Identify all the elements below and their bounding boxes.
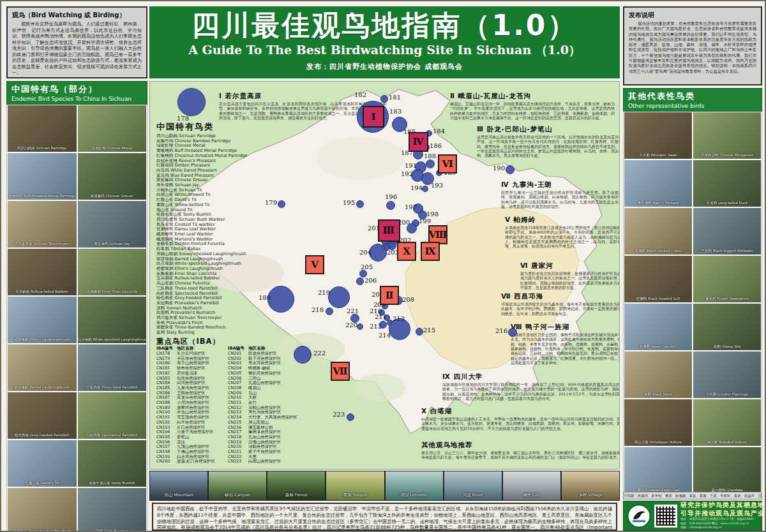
iba-row: CN200龙溪-虹口自然保护区	[156, 459, 228, 464]
region-block-5: Ⅴ 帕姆岭从成都走国道318线至雅江县城还有20公里的地方，雅江的神品帕姆岭即位…	[505, 216, 620, 249]
region-description: 白塔湖是一处修建于低山边缘的人工水库。冬季有一些雁鸭来此越冬，也有一些中高山区的…	[421, 417, 620, 431]
org-contact-address: 地址：成都市武侯区玉林横街3号4-3-7室，邮编610041	[680, 517, 758, 521]
habitat-photo-limnetic: 湖沼 Limnetic	[386, 471, 443, 500]
footer-text: 四川地处中国西南，处于中亚热带、北亚热带和青藏高原区3个气候区的交汇过渡带，北距…	[157, 506, 612, 532]
representative-birds-panel: 其他代表性鸟类 Other representative birds 大天鹅 W…	[623, 88, 762, 490]
region-block-2: Ⅱ 峨眉山-瓦屋山-龙苍沟峨眉山、瓦屋山和龙苍沟一带，因地处青藏高原东缘地理抬升…	[450, 92, 615, 120]
bird-photo: 橙翅噪鹛 Elliot's Laughingthrush	[7, 296, 77, 344]
bird-photo-caption: 橙翅噪鹛 Elliot's Laughingthrush	[8, 337, 77, 342]
poster: 观鸟（Bird Watching 或 Birding） 观察并欣赏野生鸟类即为观…	[0, 0, 766, 532]
map-site-marker-188	[426, 159, 435, 168]
poster-title-cn: 四川最佳观鸟地指南（1.0）	[149, 10, 620, 41]
map-region-numeral: Ⅹ	[397, 242, 416, 261]
iba-title: 重点鸟区（IBA）	[156, 337, 220, 346]
bird-photo-caption: 大天鹅 Whooper Swan	[624, 153, 692, 158]
bird-society-logo-icon	[627, 504, 651, 528]
bird-photo: 暗色鸦雀 Grey-hooded Parrotbill	[7, 392, 77, 440]
map-site-label-219: 219	[318, 289, 330, 296]
map-site-marker-194	[422, 186, 428, 192]
bird-photo-caption: 斑背噪鹛 Barred Laughingthrush	[8, 385, 77, 390]
habitat-photo-forest: 森林 Forest	[267, 471, 325, 500]
map-site-label-178: 178	[177, 115, 189, 122]
sichuan-map-panel: 中国特有鸟类 四川山鹧鸪 Sichuan Partridge灰胸竹鸡 Chine…	[149, 81, 620, 469]
endemic-panel-header: 中国特有鸟（部分） Endemic Bird Species To China …	[6, 81, 147, 105]
region-title: Ⅲ 卧龙-巴郎山-梦笔山	[477, 125, 620, 134]
bird-photo-caption: 三趾鸥 Black-legged Kittiwake	[693, 249, 761, 253]
bird-photo: 斑尾榛鸡 Chinese Grouse	[77, 152, 147, 200]
map-site-label-188: 188	[424, 152, 436, 159]
bird-photo-caption: 斑翅朱雀 Three-banded Rosefinch	[8, 529, 77, 532]
map-site-label-196: 196	[385, 193, 397, 200]
map-site-marker-179	[278, 200, 285, 208]
org-box: 研究并保护鸟类及其栖息地 引导并推动观鸟及观鸟产业 地址：成都市武侯区玉林横街3…	[623, 501, 762, 531]
bird-photo-caption: 白点噪鹛 White-speckled Laughingthrush	[78, 337, 147, 342]
endemic-list-title: 中国特有鸟类	[156, 121, 214, 133]
bird-photo-caption: 斑尾榛鸡 Chinese Grouse	[78, 194, 147, 198]
region-block-7: Ⅶ 西昌邛海邛海是凉山州境内较大的水鸟越冬地，每年冬天都有较大数量的水鸟到此越冬…	[501, 292, 620, 316]
bird-photo: 斑背噪鹛 Barred Laughingthrush	[7, 344, 77, 392]
map-region-numeral: Ⅶ	[331, 362, 350, 381]
endemic-birds-panel: 中国特有鸟（部分） Endemic Bird Species To China …	[6, 81, 147, 531]
map-site-label-223: 223	[333, 411, 345, 418]
org-slogan-line1: 研究并保护鸟类及其栖息地	[680, 501, 758, 510]
other-sites-title: 其他观鸟地推荐	[421, 441, 620, 450]
bird-photo: 胡兀鹫 Bearded Vulture	[693, 399, 762, 447]
map-site-label-199: 199	[419, 218, 431, 225]
region-description: 邛海是凉山州境内较大的水鸟越冬地，每年冬天都有较大数量的水鸟到此越冬，有中华秋沙…	[501, 302, 620, 316]
map-site-marker-178	[177, 88, 206, 116]
region-description: 距世界九寨沟一山之隔的王朗自然保护区堪称鸟类王国。除了绿尾虹雉、斑尾榛鸡、黑额山…	[501, 190, 620, 209]
bird-photo: 白点噪鹛 White-speckled Laughingthrush	[77, 296, 147, 344]
map-region-numeral: Ⅰ	[363, 106, 384, 128]
publisher-line: 发布：四川省野生动植物保护协会 成都观鸟会	[149, 62, 620, 71]
map-site-label-206: 206	[364, 277, 377, 284]
endemic-photo-grid: 四川山鹧鸪 Sichuan Partridge绿尾虹雉 Chinese Mona…	[6, 105, 147, 532]
map-site-label-221: 221	[347, 307, 359, 314]
representative-panel-title-cn: 其他代表性鸟类	[628, 91, 757, 102]
habitat-caption: 高山 Mountain	[150, 492, 207, 498]
map-site-marker-219	[328, 286, 350, 308]
region-title: Ⅸ 四川大学	[442, 373, 620, 381]
bird-photo: 蓝鹀 Slaty Bunting	[77, 487, 147, 532]
bird-photo-caption: 黑头噪鸦 Sichuan Jay	[78, 242, 147, 246]
map-site-label-212: 212	[370, 323, 382, 330]
habitat-photo-steppe: 草原 Steppe	[326, 471, 384, 500]
bird-photo: 大天鹅 Whooper Swan	[624, 112, 693, 159]
map-region-numeral: Ⅲ	[378, 219, 400, 242]
bird-photo-caption: 四川山鹧鸪 Sichuan Partridge	[8, 146, 77, 151]
bird-photo-caption: 蓝鹀 Slaty Bunting	[78, 529, 147, 532]
notes-box-title: 发布说明	[629, 11, 756, 20]
bird-photo: 黑头噪鸦 Sichuan Jay	[77, 200, 147, 248]
intro-box-body: 观察并欣赏野生鸟类即为观鸟。人们通过看特征、辨种类、听声音、记行为等方式走进鸟类…	[12, 21, 142, 76]
map-region-numeral: Ⅳ	[409, 132, 428, 152]
bird-photo-caption: 暗色鸦雀 Grey-hooded Parrotbill	[8, 433, 77, 438]
region-title: Ⅷ 鸭子河—旌湖	[511, 323, 620, 332]
map-site-label-205: 205	[361, 263, 373, 270]
map-site-marker-215	[416, 328, 423, 336]
org-slogan-line2: 引导并推动观鸟及观鸟产业	[680, 510, 758, 518]
intro-box-title: 观鸟（Bird Watching 或 Birding）	[12, 11, 142, 20]
region-block-6: Ⅵ 唐家河观鸟爱好者首次拍到灰冠鸦雀，使得唐家河自然保护区迅速成为观鸟爱好者关注…	[520, 262, 620, 290]
title-band: 四川最佳观鸟地指南（1.0） A Guide To The Best Birdw…	[149, 6, 620, 78]
map-site-label-211: 211	[375, 313, 387, 320]
habitat-caption: 河流 River	[444, 492, 502, 498]
map-region-numeral: Ⅵ	[438, 154, 457, 174]
bird-photo-caption: 长尾鸭 Long-tailed Duck	[693, 201, 761, 205]
photo-credits: 图片拍摄：巫嘉伟、罗平钊、戴波、徐逸颖、李岚、李黎、王进、牛蜀军、李涛、张远庆、…	[623, 492, 762, 499]
map-site-label-208: 208	[402, 296, 414, 303]
habitat-caption: 乡村 Village	[562, 492, 619, 498]
region-title: Ⅵ 唐家河	[520, 262, 620, 270]
region-description: 在成都平原地区乃至全国内，像鸭子河和旌湖这样的城市湿地并不多见。作为水鸟越冬的场…	[511, 332, 620, 365]
map-site-label-222: 222	[313, 350, 326, 357]
map-site-marker-222	[294, 346, 312, 364]
region-description: 深居成都市区腹地的四川大学望江校区锦阳村一带，因保留了上世纪50、60年代修建的…	[442, 382, 620, 401]
map-site-label-183: 183	[389, 108, 402, 115]
bird-photo-caption: 灰胸薮鹛 Emei Shan Liocichla	[78, 290, 147, 294]
habitat-caption: 森林 Forest	[267, 492, 325, 498]
map-site-label-218: 218	[312, 306, 324, 313]
bird-photo: 绿尾虹雉 Chinese Monal	[77, 105, 147, 152]
bird-photo-caption: 四川旋木雀 Sichuan Treecreeper	[8, 242, 77, 246]
habitat-photo-village: 乡村 Village	[562, 471, 619, 500]
bird-photo: 钳嘴鹳 Asian Openbill	[624, 303, 693, 351]
map-site-label-198: 198	[426, 211, 439, 218]
map-site-marker-220	[357, 323, 363, 330]
